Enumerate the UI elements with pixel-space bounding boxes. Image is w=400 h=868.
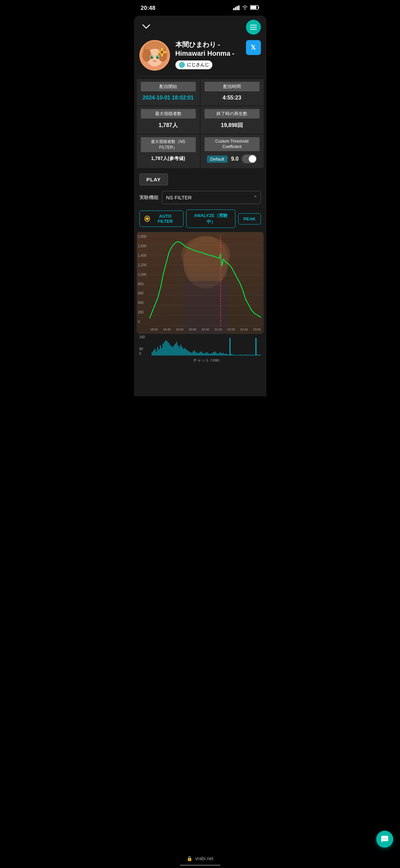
svg-rect-42 bbox=[153, 350, 154, 356]
profile-info: 𝕏 本間ひまわり - Himawari Honma - にじさんじ bbox=[175, 40, 261, 69]
experiment-select[interactable]: NS FILTER bbox=[162, 191, 261, 204]
wifi-icon bbox=[242, 5, 248, 11]
svg-rect-54 bbox=[169, 345, 170, 356]
svg-rect-113 bbox=[250, 355, 251, 356]
svg-rect-86 bbox=[213, 352, 214, 356]
svg-rect-75 bbox=[198, 353, 199, 356]
svg-rect-103 bbox=[236, 355, 237, 356]
svg-point-16 bbox=[150, 56, 153, 59]
svg-rect-119 bbox=[258, 355, 259, 356]
stat-end-views-label: 終了時の再生数 bbox=[205, 109, 260, 119]
svg-rect-55 bbox=[171, 346, 172, 356]
svg-rect-78 bbox=[202, 353, 203, 356]
twitter-button[interactable]: 𝕏 bbox=[246, 40, 261, 55]
mini-chart-bars: チャット / min bbox=[152, 335, 261, 362]
svg-rect-53 bbox=[168, 343, 169, 356]
org-icon bbox=[179, 62, 185, 68]
avatar-container bbox=[139, 40, 170, 71]
svg-rect-106 bbox=[240, 355, 241, 356]
stat-max-viewers-ns: 最大視聴者数（NS FILTER） 1,787人(参考値) bbox=[137, 134, 200, 168]
svg-point-17 bbox=[156, 56, 158, 59]
svg-rect-102 bbox=[235, 355, 236, 356]
svg-rect-101 bbox=[233, 355, 234, 356]
svg-rect-73 bbox=[195, 352, 196, 356]
svg-point-19 bbox=[157, 56, 158, 57]
svg-rect-59 bbox=[176, 342, 177, 356]
stat-max-viewers-value: 1,787人 bbox=[141, 121, 196, 130]
svg-rect-100 bbox=[232, 355, 233, 356]
svg-rect-84 bbox=[210, 354, 211, 356]
analyze-button[interactable]: ANALYZE（実験中） bbox=[186, 210, 236, 228]
svg-rect-108 bbox=[243, 355, 244, 356]
svg-rect-72 bbox=[194, 350, 195, 356]
play-button[interactable]: PLAY bbox=[139, 174, 168, 185]
svg-rect-92 bbox=[221, 354, 222, 356]
svg-rect-109 bbox=[244, 355, 245, 356]
svg-rect-67 bbox=[187, 350, 188, 356]
svg-rect-114 bbox=[251, 355, 252, 356]
svg-rect-77 bbox=[201, 351, 202, 356]
svg-rect-104 bbox=[237, 355, 239, 356]
svg-rect-74 bbox=[196, 353, 197, 356]
stat-custom-threshold-label: Custom Threshold Coefficient bbox=[205, 137, 260, 151]
stat-broadcast-start-value: 2024-10-01 18:02:01 bbox=[141, 93, 196, 102]
svg-rect-98 bbox=[229, 338, 230, 356]
svg-rect-90 bbox=[218, 353, 220, 356]
stat-custom-threshold: Custom Threshold Coefficient Default 9.0 bbox=[201, 134, 264, 168]
svg-rect-105 bbox=[239, 355, 240, 356]
svg-rect-79 bbox=[203, 354, 204, 356]
avatar bbox=[139, 40, 170, 71]
svg-rect-120 bbox=[259, 355, 260, 356]
svg-rect-115 bbox=[252, 355, 253, 356]
auto-filter-button[interactable]: AUTO FILTER bbox=[139, 211, 184, 227]
twitter-icon: 𝕏 bbox=[251, 44, 256, 51]
svg-rect-2 bbox=[236, 6, 238, 10]
svg-rect-1 bbox=[235, 7, 236, 10]
svg-rect-0 bbox=[233, 8, 234, 10]
svg-rect-63 bbox=[182, 347, 183, 356]
svg-rect-80 bbox=[205, 353, 206, 356]
stat-max-viewers-ns-label: 最大視聴者数（NS FILTER） bbox=[141, 137, 196, 152]
svg-rect-48 bbox=[161, 348, 162, 356]
svg-rect-71 bbox=[192, 351, 193, 356]
svg-rect-110 bbox=[246, 355, 247, 356]
svg-rect-82 bbox=[208, 353, 209, 356]
threshold-row: Default 9.0 bbox=[205, 153, 260, 165]
svg-point-24 bbox=[161, 53, 163, 56]
svg-rect-65 bbox=[184, 348, 185, 356]
svg-rect-43 bbox=[154, 349, 155, 356]
mini-chart-label: チャット / min bbox=[152, 358, 261, 363]
mini-chat-chart: 160 80 0 bbox=[137, 335, 264, 362]
default-badge: Default bbox=[207, 156, 228, 163]
svg-rect-69 bbox=[190, 352, 191, 356]
svg-rect-58 bbox=[175, 344, 176, 356]
svg-rect-70 bbox=[191, 353, 192, 356]
svg-rect-44 bbox=[156, 351, 157, 356]
svg-rect-51 bbox=[165, 340, 166, 356]
chart-x-labels: 18:00 18:40 19:20 20:00 20:40 21:20 22:0… bbox=[150, 328, 261, 331]
svg-rect-97 bbox=[228, 355, 229, 356]
svg-rect-83 bbox=[209, 354, 210, 356]
threshold-toggle[interactable] bbox=[242, 155, 257, 163]
svg-rect-45 bbox=[157, 347, 158, 356]
svg-rect-96 bbox=[227, 354, 228, 356]
svg-point-23 bbox=[163, 51, 166, 53]
main-card: 𝕏 本間ひまわり - Himawari Honma - にじさんじ 配信開始 2… bbox=[134, 16, 266, 396]
svg-point-25 bbox=[157, 51, 160, 53]
svg-rect-68 bbox=[188, 351, 189, 356]
main-chart: 1,800 1,600 1,400 1,200 1,000 800 600 40… bbox=[137, 232, 264, 334]
svg-rect-3 bbox=[238, 5, 240, 10]
svg-rect-116 bbox=[254, 355, 255, 356]
svg-rect-87 bbox=[214, 351, 215, 356]
stat-broadcast-duration: 配信時間 4:55:23 bbox=[201, 79, 264, 106]
svg-rect-56 bbox=[172, 347, 173, 356]
chevron-down-button[interactable] bbox=[139, 22, 153, 33]
experiment-label: 実験機能 bbox=[139, 195, 158, 201]
stat-end-views-value: 19,898回 bbox=[205, 121, 260, 130]
mini-chart-y-labels: 160 80 0 bbox=[139, 335, 152, 362]
battery-icon bbox=[250, 5, 260, 11]
hamburger-menu-button[interactable] bbox=[246, 20, 261, 35]
peak-button[interactable]: PEAK bbox=[238, 213, 261, 224]
auto-filter-icon bbox=[145, 216, 150, 222]
chart-line-svg bbox=[150, 235, 261, 326]
